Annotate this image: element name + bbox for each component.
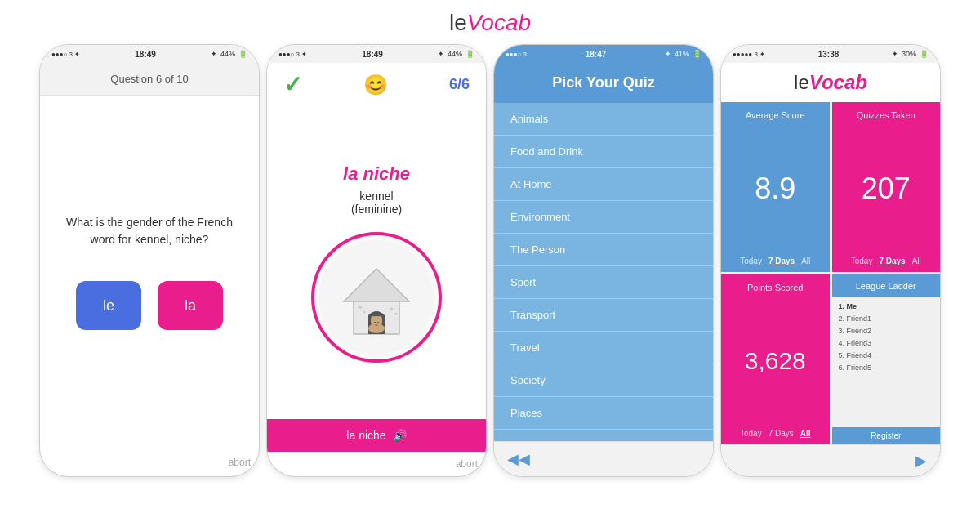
tab-7days-2[interactable]: 7 Days [879, 256, 905, 265]
answer-le-button[interactable]: le [76, 281, 141, 330]
status-bar-2: ●●●○ 3 ✦ 18:49 ✦ 44% 🔋 [267, 45, 486, 63]
quiz-list-item[interactable]: Places [494, 397, 713, 430]
svg-point-10 [377, 316, 382, 323]
score-badge: 6/6 [449, 76, 470, 93]
question-header: Question 6 of 10 [40, 63, 259, 96]
question-body: What is the gender of the French word fo… [40, 96, 259, 448]
answer-buttons: le la [76, 281, 223, 330]
checkmark-icon: ✓ [283, 71, 302, 98]
league-row: 3. Friend2 [839, 325, 934, 337]
emoji-icon: 😊 [363, 74, 388, 96]
answer-footer-bar[interactable]: la niche 🔊 [267, 419, 486, 452]
time-1: 18:49 [135, 50, 156, 59]
abort-link[interactable]: abort [267, 452, 486, 476]
signal-1: ●●●○ 3 ✦ [51, 51, 80, 58]
svg-point-12 [377, 322, 379, 323]
svg-point-11 [374, 322, 376, 323]
stats-header: leVocab [721, 63, 940, 102]
points-value: 3,628 [745, 349, 806, 373]
league-row: 6. Friend5 [839, 362, 934, 374]
svg-point-13 [375, 324, 378, 326]
battery-1: ✦ 44% 🔋 [211, 50, 247, 58]
league-row: 4. Friend3 [839, 337, 934, 350]
average-score-tile: Average Score 8.9 Today 7 Days All [721, 102, 830, 272]
time-3: 18:47 [586, 50, 607, 59]
quizzes-label: Quizzes Taken [857, 110, 915, 120]
forward-arrow-icon[interactable]: ▶ [915, 452, 927, 470]
svg-point-3 [359, 306, 362, 309]
avg-score-value: 8.9 [755, 174, 795, 203]
quiz-list-item[interactable]: Animals [494, 103, 713, 136]
tab-all-3[interactable]: All [800, 429, 811, 438]
quiz-list-item[interactable]: Environment [494, 201, 713, 234]
speaker-icon: 🔊 [393, 429, 407, 442]
quizzes-tabs: Today 7 Days All [851, 256, 921, 265]
tab-all-1[interactable]: All [801, 256, 810, 265]
answer-top-bar: ✓ 😊 6/6 [267, 63, 486, 106]
points-label: Points Scored [747, 283, 803, 292]
word-translation: kennel(feminine) [351, 190, 402, 216]
phones-container: ●●●○ 3 ✦ 18:49 ✦ 44% 🔋 Question 6 of 10 … [31, 44, 949, 477]
league-header: League Ladder [832, 274, 941, 297]
svg-point-4 [363, 310, 366, 313]
league-register-button[interactable]: Register [832, 427, 941, 444]
points-tabs: Today 7 Days All [740, 429, 811, 438]
points-scored-tile: Points Scored 3,628 Today 7 Days All [721, 274, 830, 444]
quizzes-taken-tile: Quizzes Taken 207 Today 7 Days All [832, 102, 941, 272]
tab-all-2[interactable]: All [912, 256, 921, 265]
status-bar-3: ●●●○ 3 18:47 ✦ 41% 🔋 [494, 45, 713, 63]
word-italian: la niche [343, 163, 410, 185]
phone-answer: ●●●○ 3 ✦ 18:49 ✦ 44% 🔋 ✓ 😊 6/6 la niche … [266, 44, 487, 477]
quiz-picker-header: Pick Your Quiz [494, 63, 713, 103]
question-text: What is the gender of the French word fo… [56, 214, 243, 248]
stats-grid: Average Score 8.9 Today 7 Days All Quizz… [721, 102, 940, 444]
svg-point-5 [390, 307, 393, 310]
quiz-list-item[interactable]: Sport [494, 266, 713, 299]
league-row: 5. Friend4 [839, 350, 934, 362]
signal-3: ●●●○ 3 [506, 51, 527, 58]
stats-logo: leVocab [794, 71, 867, 93]
league-row: 2. Friend1 [839, 313, 934, 325]
phone-stats: ●●●●● 3 ✦ 13:38 ✦ 30% 🔋 leVocab Average … [720, 44, 941, 477]
league-ladder-tile: League Ladder 1. Me2. Friend13. Friend24… [832, 274, 941, 444]
answer-body: la niche kennel(feminine) [267, 106, 486, 419]
battery-4: ✦ 30% 🔋 [892, 50, 929, 58]
phone1-footer: abort [40, 448, 259, 476]
time-2: 18:49 [362, 50, 383, 59]
time-4: 13:38 [818, 50, 840, 59]
quiz-list-item[interactable]: Travel [494, 332, 713, 364]
avg-score-label: Average Score [746, 110, 805, 120]
quiz-list-item[interactable]: Transport [494, 299, 713, 332]
svg-point-6 [395, 312, 398, 314]
dog-image [311, 232, 442, 363]
quizzes-value: 207 [862, 174, 911, 203]
tab-today-1[interactable]: Today [740, 256, 762, 265]
quiz-list-item[interactable]: At Home [494, 168, 713, 201]
signal-4: ●●●●● 3 ✦ [733, 51, 765, 58]
tab-7days-1[interactable]: 7 Days [768, 256, 795, 265]
answer-la-button[interactable]: la [158, 281, 223, 330]
dog-svg [319, 240, 434, 355]
signal-2: ●●●○ 3 ✦ [278, 51, 307, 58]
quiz-list-item[interactable]: Health [494, 430, 713, 441]
stats-nav: ▶ [721, 444, 940, 476]
status-bar-1: ●●●○ 3 ✦ 18:49 ✦ 44% 🔋 [40, 45, 259, 63]
avg-score-tabs: Today 7 Days All [740, 256, 810, 265]
phone-question: ●●●○ 3 ✦ 18:49 ✦ 44% 🔋 Question 6 of 10 … [39, 44, 260, 477]
quiz-list-item[interactable]: Society [494, 364, 713, 397]
quiz-list: AnimalsFood and DrinkAt HomeEnvironmentT… [494, 103, 713, 441]
tab-today-3[interactable]: Today [740, 429, 762, 438]
phone-quiz-picker: ●●●○ 3 18:47 ✦ 41% 🔋 Pick Your Quiz Anim… [493, 44, 714, 477]
tab-7days-3[interactable]: 7 Days [768, 429, 794, 438]
back-arrow-icon[interactable]: ◀◀ [507, 450, 530, 468]
quiz-list-item[interactable]: The Person [494, 234, 713, 266]
status-bar-4: ●●●●● 3 ✦ 13:38 ✦ 30% 🔋 [721, 45, 940, 63]
quiz-footer: ◀◀ [494, 441, 713, 476]
tab-today-2[interactable]: Today [851, 256, 873, 265]
league-row: 1. Me [839, 301, 934, 313]
quiz-list-item[interactable]: Food and Drink [494, 136, 713, 168]
app-logo: leVocab [449, 10, 531, 36]
svg-point-9 [371, 316, 376, 323]
battery-2: ✦ 44% 🔋 [438, 50, 474, 58]
battery-3: ✦ 41% 🔋 [665, 50, 702, 58]
